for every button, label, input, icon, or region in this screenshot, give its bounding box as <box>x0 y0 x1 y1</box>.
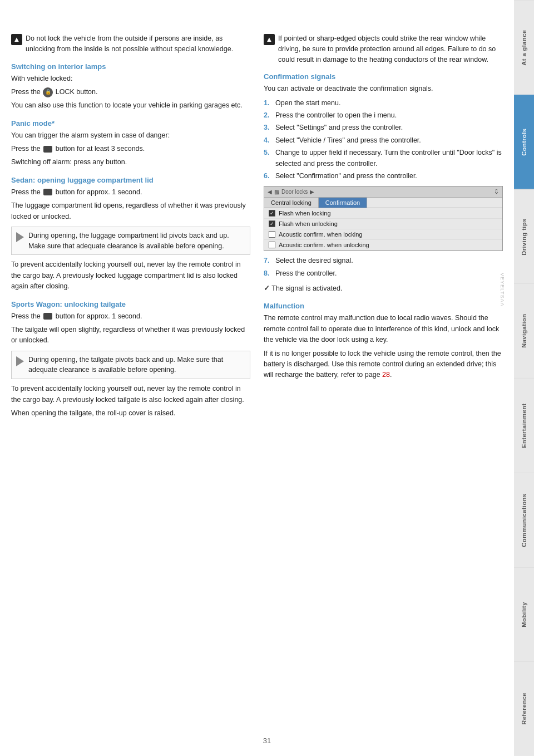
step-6-text: Select "Confirmation" and press the cont… <box>275 171 417 181</box>
step-1-num: 1. <box>264 98 273 109</box>
step-2-num: 2. <box>264 110 273 121</box>
sedan-text2: The luggage compartment lid opens, regar… <box>11 200 250 222</box>
ui-title: Door locks <box>281 189 308 195</box>
step-6: 6.Select "Confirmation" and press the co… <box>264 171 503 181</box>
confirmation-steps: 1.Open the start menu. 2.Press the contr… <box>264 98 503 182</box>
sedan-note-block: During opening, the luggage compartment … <box>11 227 250 256</box>
switching-text3: You can also use this function to locate… <box>11 100 250 111</box>
step-3-num: 3. <box>264 122 273 133</box>
sidebar-tab-entertainment[interactable]: Entertainment <box>514 378 534 473</box>
nav-arrows: ◀ ▩ Door locks ▶ <box>268 189 314 195</box>
ui-tab-central-locking[interactable]: Central locking <box>264 198 319 208</box>
step-1-text: Open the start menu. <box>275 98 340 109</box>
left-column: ▲ Do not lock the vehicle from the outsi… <box>11 33 250 421</box>
nav-left-arrow: ◀ <box>268 189 272 195</box>
switching-text2: Press the 🔒 LOCK button. <box>11 87 250 97</box>
ui-tab-confirmation[interactable]: Confirmation <box>319 198 367 208</box>
sports-note-text: During opening, the tailgate pivots back… <box>28 355 245 376</box>
sports-note-block: During opening, the tailgate pivots back… <box>11 351 250 380</box>
malfunction-text1: The remote control may malfunction due t… <box>264 313 503 345</box>
warning-icon-left: ▲ <box>11 34 22 45</box>
sports-text4: When opening the tailgate, the roll-up c… <box>11 408 250 419</box>
step-3-text: Select "Settings" and press the controll… <box>275 122 403 133</box>
ui-menu-item-3: Acoustic confirm. when locking <box>264 229 502 240</box>
nav-icon: ▩ <box>274 189 279 195</box>
sidebar-tab-navigation[interactable]: Navigation <box>514 283 534 378</box>
malfunction-text2: If it is no longer possible to lock the … <box>264 348 503 381</box>
malfunction-heading: Malfunction <box>264 302 503 310</box>
ui-checkbox-3 <box>269 231 275 238</box>
step-7: 7.Select the desired signal. <box>264 256 503 266</box>
sports-heading: Sports Wagon: unlocking tailgate <box>11 300 250 308</box>
ui-titlebar: ◀ ▩ Door locks ▶ ⇩ <box>264 186 502 198</box>
sedan-heading: Sedan: opening luggage compartment lid <box>11 176 250 184</box>
ui-checkbox-2: ✓ <box>269 220 275 227</box>
sidebar-tab-at-a-glance[interactable]: At a glance <box>514 0 534 95</box>
remote-button-icon <box>43 146 52 153</box>
panic-text3: Switching off alarm: press any button. <box>11 157 250 168</box>
warning-block-right: ▲ If pointed or sharp-edged objects coul… <box>264 33 503 65</box>
remote-btn-sports <box>43 313 52 320</box>
remote-btn-sedan <box>43 189 52 195</box>
ui-menu-item-1: ✓ Flash when locking <box>264 208 502 219</box>
ui-menu-item-2: ✓ Flash when unlocking <box>264 219 502 229</box>
step-4: 4.Select "Vehicle / Tires" and press the… <box>264 135 503 146</box>
panic-text2: Press the button for at least 3 seconds. <box>11 144 250 154</box>
sidebar-tab-communications[interactable]: Communications <box>514 473 534 567</box>
step-6-num: 6. <box>264 171 273 181</box>
ui-checkbox-4 <box>269 242 275 248</box>
step-3: 3.Select "Settings" and press the contro… <box>264 122 503 133</box>
warning-text-right: If pointed or sharp-edged objects could … <box>278 33 503 65</box>
step-4-num: 4. <box>264 135 273 146</box>
note-triangle-icon <box>16 232 24 242</box>
sidebar-tab-reference[interactable]: Reference <box>514 661 534 756</box>
right-column: ▲ If pointed or sharp-edged objects coul… <box>264 33 503 421</box>
sports-note-triangle-icon <box>16 356 24 366</box>
steps-after: 7.Select the desired signal. 8.Press the… <box>264 256 503 279</box>
ui-sort-icon: ⇩ <box>494 188 499 195</box>
warning-icon-right: ▲ <box>264 34 275 45</box>
warning-text-left: Do not lock the vehicle from the outside… <box>26 33 250 55</box>
sedan-note-text: During opening, the luggage compartment … <box>28 230 245 252</box>
step-1: 1.Open the start menu. <box>264 98 503 109</box>
sports-text1: Press the button for approx. 1 second. <box>11 311 250 322</box>
step-8: 8.Press the controller. <box>264 268 503 279</box>
sidebar-tab-controls[interactable]: Controls <box>514 95 534 189</box>
main-content: ▲ Do not lock the vehicle from the outsi… <box>0 0 514 444</box>
sidebar-tab-driving-tips[interactable]: Driving tips <box>514 189 534 284</box>
sports-text2: The tailgate will open slightly, regardl… <box>11 325 250 346</box>
sidebar-tab-mobility[interactable]: Mobility <box>514 567 534 662</box>
ui-menu-item-4: Acoustic confirm. when unlocking <box>264 240 502 251</box>
ui-screenshot: ◀ ▩ Door locks ▶ ⇩ Central locking Confi… <box>264 186 503 251</box>
sports-text3: To prevent accidentally locking yourself… <box>11 384 250 405</box>
lock-icon: 🔒 <box>43 87 53 97</box>
check-text: ✓ The signal is activated. <box>264 283 503 294</box>
panic-text1: You can trigger the alarm system in case… <box>11 130 250 141</box>
ui-menu-label-1: Flash when locking <box>279 210 331 217</box>
step-2-text: Press the controller to open the і menu. <box>275 110 397 121</box>
step-7-text: Select the desired signal. <box>275 256 353 266</box>
warning-block-left: ▲ Do not lock the vehicle from the outsi… <box>11 33 250 55</box>
watermark: VEYELTSAA <box>500 273 505 307</box>
confirmation-text: You can activate or deactivate the confi… <box>264 84 503 94</box>
sidebar: At a glance Controls Driving tips Naviga… <box>514 0 534 756</box>
step-8-text: Press the controller. <box>275 268 337 279</box>
step-7-num: 7. <box>264 256 273 266</box>
sedan-text3: To prevent accidentally locking yourself… <box>11 259 250 292</box>
sedan-text1: Press the button for approx. 1 second. <box>11 187 250 198</box>
step-2: 2.Press the controller to open the і men… <box>264 110 503 121</box>
switching-heading: Switching on interior lamps <box>11 62 250 71</box>
ui-menu-label-4: Acoustic confirm. when unlocking <box>279 242 369 248</box>
confirmation-heading: Confirmation signals <box>264 72 503 81</box>
step-5-text: Change to upper field if necessary. Turn… <box>275 148 503 169</box>
page-link[interactable]: 28 <box>382 371 390 379</box>
ui-menu-label-3: Acoustic confirm. when locking <box>279 231 362 238</box>
step-4-text: Select "Vehicle / Tires" and press the c… <box>275 135 421 146</box>
step-5-num: 5. <box>264 148 273 169</box>
step-5: 5.Change to upper field if necessary. Tu… <box>264 148 503 169</box>
switching-text1: With vehicle locked: <box>11 73 250 84</box>
panic-heading: Panic mode* <box>11 119 250 127</box>
page-number: 31 <box>263 737 271 745</box>
ui-tabs: Central locking Confirmation <box>264 198 502 208</box>
nav-right-arrow: ▶ <box>310 189 314 195</box>
